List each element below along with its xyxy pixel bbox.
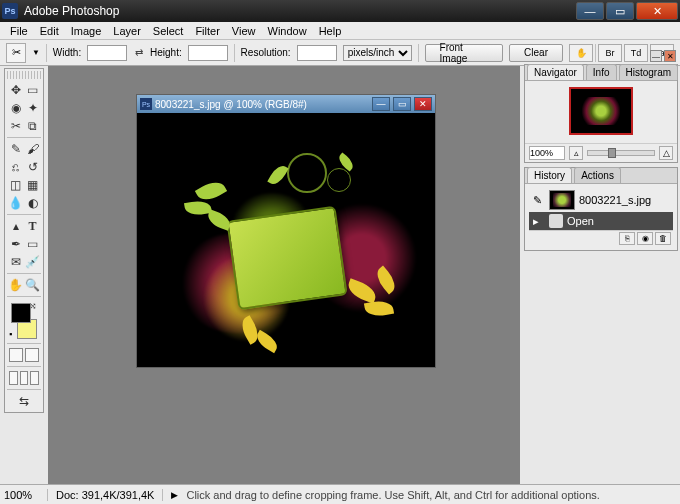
document-maximize-button[interactable]: ▭ [393,97,411,111]
navigator-zoom-input[interactable] [529,146,565,160]
zoom-out-button[interactable]: ▵ [569,146,583,160]
menu-filter[interactable]: Filter [189,23,225,39]
snapshot-thumbnail [549,190,575,210]
blur-tool[interactable]: 💧 [7,194,24,212]
shape-tool[interactable]: ▭ [24,235,41,253]
tab-actions[interactable]: Actions [574,167,621,183]
document-titlebar[interactable]: Ps 8003221_s.jpg @ 100% (RGB/8#) — ▭ ✕ [137,95,435,113]
notes-tool[interactable]: ✉ [7,253,24,271]
app-icon: Ps [2,3,18,19]
menu-edit[interactable]: Edit [34,23,65,39]
menu-select[interactable]: Select [147,23,190,39]
marquee-tool[interactable]: ▭ [24,81,41,99]
resolution-units-select[interactable]: pixels/inch [343,45,412,61]
quickmask-mode-button[interactable] [25,348,39,362]
resolution-label: Resolution: [241,47,291,58]
dodge-tool[interactable]: ◐ [24,194,41,212]
history-state-label: Open [567,215,594,227]
history-brush-source-icon[interactable]: ✎ [533,194,545,207]
navigator-panel[interactable]: — ✕ Navigator Info Histogram ▵ △ [524,64,678,163]
history-brush-tool[interactable]: ↺ [24,158,41,176]
front-image-button[interactable]: Front Image [425,44,504,62]
eyedropper-tool[interactable]: 💉 [24,253,41,271]
hand-tool[interactable]: ✋ [7,276,24,294]
window-close-button[interactable]: ✕ [636,2,678,20]
document-close-button[interactable]: ✕ [414,97,432,111]
zoom-in-button[interactable]: △ [659,146,673,160]
foreground-color[interactable] [11,303,31,323]
zoom-slider[interactable] [587,150,655,156]
status-hint: Click and drag to define cropping frame.… [186,489,599,501]
dropdown-arrow-icon[interactable]: ▼ [32,48,40,57]
path-selection-tool[interactable]: ▴ [7,217,24,235]
height-label: Height: [150,47,182,58]
width-label: Width: [53,47,81,58]
screen-mode-full-menubar[interactable] [20,371,29,385]
delete-state-button[interactable]: 🗑 [655,232,671,245]
status-bar: 100% Doc: 391,4K/391,4K ▶ Click and drag… [0,484,680,504]
panel-minimize-button[interactable]: — [650,50,662,62]
width-input[interactable] [87,45,127,61]
status-zoom[interactable]: 100% [4,489,48,501]
color-swatches[interactable]: ⤭ ▪ [9,301,39,339]
window-minimize-button[interactable]: — [576,2,604,20]
menu-window[interactable]: Window [262,23,313,39]
palette-tab-brushes[interactable]: Br [598,44,622,62]
eraser-tool[interactable]: ◫ [7,176,24,194]
tab-history[interactable]: History [527,167,572,183]
document-window[interactable]: Ps 8003221_s.jpg @ 100% (RGB/8#) — ▭ ✕ [136,94,436,368]
palette-tab-tool-presets[interactable]: Td [624,44,648,62]
panels-dock: — ✕ Navigator Info Histogram ▵ △ — ✕ His… [524,64,678,255]
type-tool[interactable]: T [24,217,41,235]
status-doc-size[interactable]: Doc: 391,4K/391,4K [56,489,163,501]
slice-tool[interactable]: ⧉ [24,117,41,135]
navigator-preview[interactable] [569,87,633,135]
document-minimize-button[interactable]: — [372,97,390,111]
default-colors-icon[interactable]: ▪ [9,329,12,339]
hand-grab-icon[interactable]: ✋ [569,44,593,62]
resolution-input[interactable] [297,45,337,61]
status-play-icon[interactable]: ▶ [171,490,178,500]
artwork [137,113,435,367]
toolbox-handle[interactable] [7,71,41,79]
clone-stamp-tool[interactable]: ⎌ [7,158,24,176]
new-document-from-state-button[interactable]: ⎘ [619,232,635,245]
screen-mode-standard[interactable] [9,371,18,385]
crop-tool[interactable]: ✂ [7,117,24,135]
window-titlebar: Ps Adobe Photoshop — ▭ ✕ [0,0,680,22]
window-title: Adobe Photoshop [24,4,576,18]
menu-image[interactable]: Image [65,23,108,39]
screen-mode-full[interactable] [30,371,39,385]
window-maximize-button[interactable]: ▭ [606,2,634,20]
standard-mode-button[interactable] [9,348,23,362]
brush-tool[interactable]: 🖌 [24,140,41,158]
crop-tool-indicator[interactable]: ✂ [6,43,26,63]
menu-file[interactable]: File [4,23,34,39]
new-snapshot-button[interactable]: ◉ [637,232,653,245]
menu-view[interactable]: View [226,23,262,39]
document-title: 8003221_s.jpg @ 100% (RGB/8#) [155,99,369,110]
tab-navigator[interactable]: Navigator [527,64,584,80]
history-panel[interactable]: — ✕ History Actions ✎ 8003221_s.jpg ▸ Op… [524,167,678,251]
magic-wand-tool[interactable]: ✦ [24,99,41,117]
panel-close-button[interactable]: ✕ [664,50,676,62]
jump-to-imageready-button[interactable]: ⇆ [7,392,41,410]
clear-button[interactable]: Clear [509,44,563,62]
menu-layer[interactable]: Layer [107,23,147,39]
open-state-icon [549,214,563,228]
toolbox[interactable]: ✥▭ ◉✦ ✂⧉ ✎🖌 ⎌↺ ◫▦ 💧◐ ▴T ✒▭ ✉💉 ✋🔍 ⤭ ▪ ⇆ [4,68,44,413]
pen-tool[interactable]: ✒ [7,235,24,253]
move-tool[interactable]: ✥ [7,81,24,99]
tab-histogram[interactable]: Histogram [619,64,679,80]
height-input[interactable] [188,45,228,61]
swap-dimensions-button[interactable]: ⇄ [133,47,144,59]
lasso-tool[interactable]: ◉ [7,99,24,117]
gradient-tool[interactable]: ▦ [24,176,41,194]
menu-help[interactable]: Help [313,23,348,39]
history-state-open[interactable]: ▸ Open [529,212,673,230]
history-snapshot-row[interactable]: ✎ 8003221_s.jpg [529,188,673,212]
healing-brush-tool[interactable]: ✎ [7,140,24,158]
document-canvas[interactable] [137,113,435,367]
zoom-tool[interactable]: 🔍 [24,276,41,294]
tab-info[interactable]: Info [586,64,617,80]
